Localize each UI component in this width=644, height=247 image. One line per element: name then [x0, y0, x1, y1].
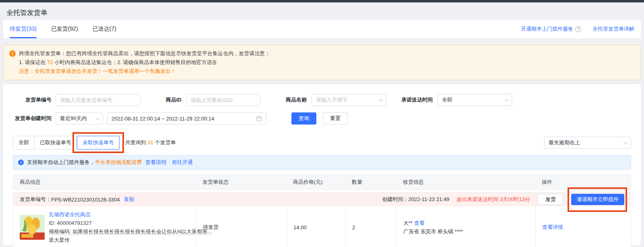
view-receiver-link[interactable]: 查看	[414, 220, 425, 226]
price-value: 14.00	[293, 224, 307, 230]
filter-row: 全部 已取快递单号 未取快递单号 共查询到 31 个发货单 最先逾期在上	[13, 136, 631, 149]
header-links: 开通顺丰上门揽件服务 ? 全托管发货单详解	[521, 25, 634, 33]
col-quantity: 数量	[345, 179, 396, 186]
create-time-range-picker[interactable]: 2022-08-31 22:00:14 ~ 2022-11-29 22:00:1…	[107, 112, 266, 125]
view-details-link[interactable]: 查看详情	[542, 224, 563, 231]
sf-pickup-banner: i 支持顺丰自动上门揽件服务， 平台承担物流配送费 查看说明 前往开通	[13, 155, 631, 170]
filter-picked-waybill-button[interactable]: 已取快递单号	[34, 136, 77, 149]
order-created-label: 创建时间：	[382, 196, 409, 202]
help-circle-icon[interactable]: ?	[575, 26, 581, 32]
overdue-warning-text: 超出承诺送达时间 3天00时13分	[456, 196, 530, 203]
tab-pending-ship[interactable]: 待发货(33)	[10, 20, 37, 38]
search-form-row-2: 发货单创建时间 最近90天内 2022-08-31 22:00:14 ~ 202…	[13, 112, 631, 125]
col-shipment-status: 发货单状态	[196, 179, 287, 186]
shipment-no-input-wrap	[56, 94, 141, 106]
tab-delivered[interactable]: 已送达(7)	[93, 20, 116, 38]
product-meta: 瓦墙西诺全托商品 ID: 400004791327 规格编码: 如果很长很长很长…	[49, 210, 191, 244]
notice-line-2-highlight: 72	[47, 59, 53, 65]
active-tab-underline	[10, 37, 37, 38]
create-time-range-value: 2022-08-31 22:00:14 ~ 2022-11-29 22:00:1…	[111, 116, 214, 122]
product-id-text: ID: 400004791327	[49, 219, 191, 227]
product-id-input-wrap	[186, 94, 261, 106]
tab-shipped[interactable]: 已发货(92)	[51, 20, 78, 38]
chevron-down-icon	[505, 98, 509, 102]
go-activate-link[interactable]: 前往开通	[172, 159, 193, 166]
reset-button[interactable]: 重置	[323, 112, 348, 125]
tab-delivered-label: 已送达(7)	[93, 25, 116, 33]
product-name-select[interactable]: 请输入关键字	[312, 94, 386, 106]
view-instructions-link[interactable]: 查看说明	[145, 159, 166, 166]
order-header-right: 创建时间：2022-11-23 21:49 超出承诺送达时间 3天00时13分 …	[382, 194, 624, 205]
create-time-preset-value: 最近90天内	[60, 115, 87, 122]
tab-shipped-label: 已发货(92)	[51, 25, 78, 33]
receiver-info: 大** 查看 广东省 东莞市 桥头镇 ****	[403, 219, 463, 236]
product-thumbnail[interactable]	[20, 215, 45, 240]
open-sf-pickup-service-link[interactable]: 开通顺丰上门揽件服务 ?	[521, 25, 581, 33]
col-price: 商品价格(元)	[287, 179, 345, 186]
filter-all-button[interactable]: 全部	[13, 136, 35, 149]
shipment-no-label: 发货单编号	[13, 96, 52, 104]
col-receiver-info: 收货信息	[396, 179, 535, 186]
chevron-down-icon	[96, 116, 100, 120]
product-spec-text: 规格编码: 如果很长很长很长很长很长很长很长会让你从hi以大家都害...	[49, 228, 212, 235]
product-id-input[interactable]	[191, 97, 256, 103]
invite-sf-pickup-button[interactable]: 邀请顺丰立即揽件	[571, 194, 624, 205]
sf-invite-wrap: 邀请顺丰立即揽件	[571, 194, 624, 205]
create-time-preset-select[interactable]: 最近90天内	[56, 112, 103, 125]
product-id-label: 商品ID	[166, 96, 182, 104]
ship-button[interactable]: 发货	[537, 194, 564, 205]
sort-select[interactable]: 最先逾期在上	[544, 137, 631, 149]
shipment-no-input[interactable]	[60, 97, 136, 103]
result-count-pre: 共查询到	[125, 139, 148, 145]
order-created-time: 创建时间：2022-11-23 21:49	[382, 196, 450, 203]
sf-banner-highlight: 平台承担物流配送费	[95, 159, 142, 166]
order-group: 发货单编号： FPS-WB221023010126-3304 复制 创建时间：2…	[13, 192, 631, 247]
order-no-value: FPS-WB221023010126-3304	[51, 197, 120, 203]
product-name-select-placeholder: 请输入关键字	[316, 96, 347, 104]
page-title: 全托管发货单	[0, 2, 644, 20]
chevron-down-icon	[379, 98, 383, 102]
order-header-row: 发货单编号： FPS-WB221023010126-3304 复制 创建时间：2…	[13, 193, 631, 206]
product-row: 瓦墙西诺全托商品 ID: 400004791327 规格编码: 如果很长很长很长…	[13, 206, 631, 247]
main-card: 发货单编号 商品ID 商品名称 请输入关键字 承诺送达时间 全部 发货单创建时间…	[3, 84, 641, 245]
notice-line-3: 注意：全托管发货单请勿合并发货！一笔发货单请用一个包裹发出！	[19, 67, 270, 76]
notice-line-2-pre: 1. 请保证在	[19, 59, 47, 65]
receiver-address: 广东省 东莞市 桥头镇 ****	[403, 227, 463, 236]
sf-banner-text: 支持顺丰自动上门揽件服务，	[27, 159, 95, 166]
order-created-value: 2022-11-23 21:49	[409, 196, 450, 202]
product-info-cell: 瓦墙西诺全托商品 ID: 400004791327 规格编码: 如果很长很长很长…	[13, 206, 196, 247]
shipment-guide-label: 全托管发货单详解	[592, 25, 634, 33]
receiver-name: 大**	[403, 220, 413, 226]
tab-pending-ship-label: 待发货(33)	[10, 25, 37, 33]
result-count-post: 个发货单	[153, 139, 176, 145]
order-no-label: 发货单编号：	[20, 196, 51, 203]
chevron-down-icon	[624, 140, 628, 144]
result-count-number: 31	[148, 139, 153, 145]
actions-cell: 查看详情	[535, 206, 631, 247]
filter-unpicked-waybill-button[interactable]: 未取快递单号	[77, 136, 120, 149]
search-form-row-1: 发货单编号 商品ID 商品名称 请输入关键字 承诺送达时间 全部	[13, 94, 631, 106]
notice-line-1: 跨境全托管发货单：您已有跨境全托管商品卖出，请您按照下面信息尽快发货至平台集运仓…	[19, 49, 270, 58]
receiver-name-line: 大** 查看	[403, 219, 463, 227]
notice-line-2-post: 小时内将商品送达集运仓；2. 请确保商品本体使用销售目的地官方语言	[53, 59, 217, 65]
result-count-text: 共查询到 31 个发货单	[125, 139, 176, 146]
search-button[interactable]: 查询	[291, 112, 316, 125]
promise-time-value: 全部	[442, 96, 452, 104]
waybill-filter-group: 全部 已取快递单号 未取快递单号	[13, 136, 120, 149]
create-time-label: 发货单创建时间	[13, 115, 52, 122]
promise-time-select[interactable]: 全部	[438, 94, 512, 106]
product-name-link[interactable]: 瓦墙西诺全托商品	[49, 210, 191, 219]
copy-order-no-link[interactable]: 复制	[124, 196, 134, 203]
quantity-value: 2	[352, 224, 355, 230]
sort-select-value: 最先逾期在上	[549, 139, 580, 146]
col-actions: 操作	[535, 179, 631, 186]
open-sf-pickup-service-label: 开通顺丰上门揽件服务	[521, 25, 573, 33]
price-cell: 14.00	[287, 206, 345, 247]
warning-icon: !	[9, 50, 16, 57]
warning-notice-box: ! 跨境全托管发货单：您已有跨境全托管商品卖出，请您按照下面信息尽快发货至平台集…	[3, 45, 641, 80]
shipment-guide-link[interactable]: 全托管发货单详解	[592, 25, 634, 33]
notice-text: 跨境全托管发货单：您已有跨境全托管商品卖出，请您按照下面信息尽快发货至平台集运仓…	[19, 49, 270, 76]
corn-product-image	[20, 215, 45, 240]
product-extra-text: 派大星传	[49, 236, 191, 244]
info-icon: i	[18, 160, 24, 165]
